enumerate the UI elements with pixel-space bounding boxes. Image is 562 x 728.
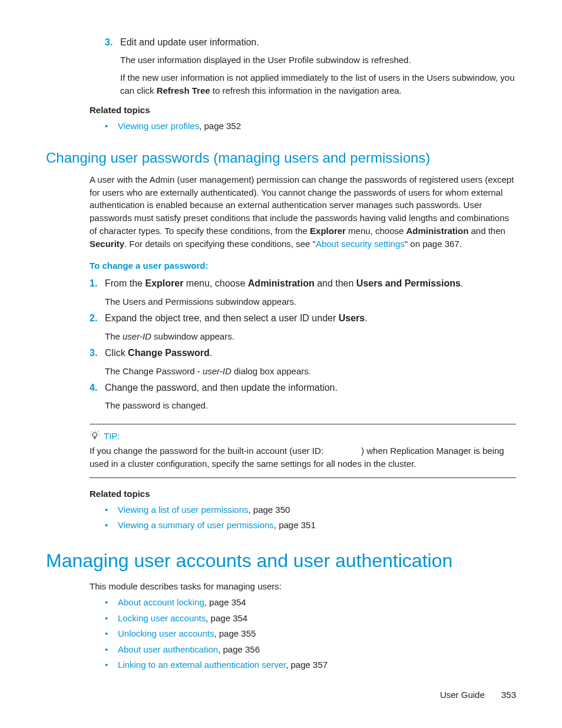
link-about-security-settings[interactable]: About security settings [316,239,405,249]
bullet-dot: • [105,503,118,517]
bullet-dot: • [105,596,118,610]
svg-line-2 [91,431,92,432]
tip-text: If you change the password for the built… [90,444,516,470]
link-viewing-user-profiles[interactable]: Viewing user profiles [118,121,199,131]
cp-step-3: 3. Click Change Password. The Change Pas… [90,346,516,377]
section2-intro: This module describes tasks for managing… [90,580,516,593]
related2-item2: • Viewing a summary of user permissions,… [105,519,516,532]
related-heading-2: Related topics [90,489,516,499]
section1-para: A user with the Admin (user management) … [90,173,516,251]
step-body: Edit and update user information. The us… [120,35,516,97]
page-footer: User Guide 353 [440,690,516,700]
step-3-line2: The user information displayed in the Us… [120,54,516,67]
bullet-dot: • [105,612,118,625]
step-3-line3: If the new user information is not appli… [120,71,516,97]
cp-step2-sub: The user-ID subwindow appears. [105,330,516,343]
step-number: 3. [105,35,120,97]
bullet-dot: • [105,643,118,657]
s2-item-1: • Locking user accounts, page 354 [105,612,516,625]
cp-step-4: 4. Change the password, and then update … [90,381,516,412]
s2-item-0: • About account locking, page 354 [105,596,516,610]
link-external-auth-server[interactable]: Linking to an external authentication se… [118,660,286,670]
bullet-dot: • [105,519,118,532]
bullet-dot: • [105,120,118,133]
heading-changing-passwords: Changing user passwords (managing users … [46,150,516,166]
link-unlocking-user-accounts[interactable]: Unlocking user accounts [118,628,214,638]
step-number: 1. [90,276,105,308]
s2-item-4: • Linking to an external authentication … [105,658,516,672]
link-viewing-list-permissions[interactable]: Viewing a list of user permissions [118,505,248,515]
page-number: 353 [501,690,516,700]
s2-item-3: • About user authentication, page 356 [105,643,516,657]
tip-box: TIP: If you change the password for the … [90,424,516,478]
link-about-user-authentication[interactable]: About user authentication [118,644,218,654]
section2-body: This module describes tasks for managing… [90,580,516,672]
related-item: • Viewing user profiles, page 352 [105,120,516,133]
tip-header: TIP: [90,430,516,441]
step-number: 2. [90,311,105,342]
related-topics-1: Related topics • Viewing user profiles, … [90,105,516,133]
link-viewing-summary-permissions[interactable]: Viewing a summary of user permissions [118,520,274,530]
subhead-change-password: To change a user password: [90,261,516,271]
step-number: 3. [90,346,105,377]
tip-label: TIP: [104,431,120,441]
svg-point-0 [92,433,97,437]
cp-step4-sub: The password is changed. [105,399,516,412]
related2-item1: • Viewing a list of user permissions, pa… [105,503,516,517]
s2-item-2: • Unlocking user accounts, page 355 [105,627,516,641]
step-3-line1: Edit and update user information. [120,37,259,47]
svg-line-3 [98,431,98,432]
step-number: 4. [90,381,105,412]
refresh-tree-term: Refresh Tree [157,85,210,95]
cp-step-2: 2. Expand the object tree, and then sele… [90,311,516,342]
link-locking-user-accounts[interactable]: Locking user accounts [118,613,206,623]
related-heading: Related topics [90,105,516,115]
step-3: 3. Edit and update user information. The… [105,35,516,97]
link-about-account-locking[interactable]: About account locking [118,597,204,607]
bullet-dot: • [105,658,118,672]
section1-body: A user with the Admin (user management) … [90,173,516,532]
footer-label: User Guide [440,690,485,700]
page-container: 3. Edit and update user information. The… [0,0,562,728]
cp-step3-sub: The Change Password - user-ID dialog box… [105,365,516,378]
heading-managing-accounts: Managing user accounts and user authenti… [46,550,516,572]
cp-step-1: 1. From the Explorer menu, choose Admini… [90,276,516,308]
cp-step1-sub: The Users and Permissions subwindow appe… [105,295,516,308]
bullet-dot: • [105,627,118,641]
lightbulb-icon [90,430,100,441]
step-list-top: 3. Edit and update user information. The… [105,35,516,97]
